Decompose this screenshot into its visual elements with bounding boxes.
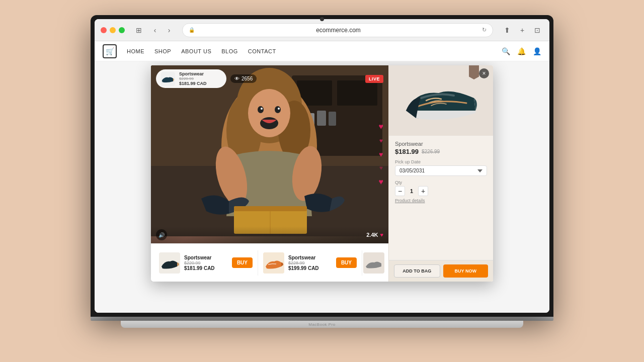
- live-badge: LIVE: [365, 75, 383, 83]
- product-pill-info: Sportswear $220.99 $181.99 CAD: [179, 71, 207, 86]
- product-2-original: $228.99: [288, 260, 332, 265]
- livestream-right-panel: ×: [388, 65, 493, 282]
- qty-plus-button[interactable]: +: [418, 186, 428, 196]
- site-navigation: 🛒 HOME SHOP ABOUT US BLOG CONTACT 🔍 🔔 👤: [95, 41, 549, 61]
- panel-current-price: $181.99: [395, 148, 419, 155]
- nav-shop[interactable]: SHOP: [154, 48, 171, 54]
- tab-switcher-icon[interactable]: ⊞: [133, 24, 145, 36]
- product-pill-sale-price: $181.99 CAD: [179, 81, 207, 86]
- svg-point-14: [258, 106, 264, 113]
- product-2-info: Sportswear $228.99 $199.99 CAD: [288, 255, 332, 271]
- browser-nav: ‹ ›: [149, 24, 175, 36]
- add-to-bag-button[interactable]: ADD TO BAG: [394, 264, 440, 278]
- video-bottombar: 🔊 2.4K ♥: [151, 226, 388, 243]
- address-bar[interactable]: 🔒 ecommerce.com ↻: [182, 23, 493, 37]
- panel-prices: $181.99 $226.99: [395, 148, 487, 155]
- product-2-name: Sportswear: [288, 255, 332, 260]
- heart-overlay: ♥ ♥ ♥ ♥ ♥: [379, 96, 384, 213]
- fullscreen-traffic-light[interactable]: [119, 27, 125, 33]
- nav-blog[interactable]: BLOG: [221, 48, 238, 54]
- qty-label: Qty: [395, 180, 487, 185]
- nav-about[interactable]: ABOUT US: [181, 48, 211, 54]
- nav-home[interactable]: HOME: [127, 48, 144, 54]
- product-1-info: Sportswear $220.99 $181.99 CAD: [184, 255, 228, 271]
- close-traffic-light[interactable]: [101, 27, 107, 33]
- search-icon[interactable]: 🔍: [502, 47, 510, 55]
- product-card-3-thumb[interactable]: [363, 252, 384, 274]
- video-background: [151, 65, 388, 243]
- product-divider: [258, 250, 258, 276]
- volume-button[interactable]: 🔊: [156, 229, 167, 240]
- user-icon[interactable]: 👤: [533, 47, 541, 55]
- video-topbar: Sportswear $220.99 $181.99 CAD 👁 2656: [151, 65, 388, 92]
- product-pill[interactable]: Sportswear $220.99 $181.99 CAD: [156, 69, 226, 88]
- laptop-shell: ⊞ ‹ › 🔒 ecommerce.com ↻ ⬆ + ⊡: [80, 15, 564, 347]
- product-pill-image: [161, 72, 175, 86]
- product-divider-2: [362, 250, 362, 276]
- svg-rect-7: [329, 112, 336, 126]
- product-1-name: Sportswear: [184, 255, 228, 260]
- product-card-1: Sportswear $220.99 $181.99 CAD BUY: [155, 249, 257, 277]
- sidebar-icon[interactable]: ⊡: [531, 24, 543, 36]
- back-button[interactable]: ‹: [149, 24, 161, 36]
- product-1-original: $220.99: [184, 260, 228, 265]
- panel-action-buttons: ADD TO BAG BUY NOW: [389, 260, 493, 282]
- livestream-left-panel: Sportswear $220.99 $181.99 CAD 👁 2656: [151, 65, 388, 282]
- livestream-modal: Sportswear $220.99 $181.99 CAD 👁 2656: [151, 65, 493, 282]
- browser-actions: ⬆ + ⊡: [501, 24, 543, 36]
- view-count: 2.4K ♥: [366, 232, 383, 238]
- view-count-number: 2.4K: [366, 232, 378, 238]
- svg-point-16: [261, 108, 263, 110]
- products-strip: Sportswear $220.99 $181.99 CAD BUY: [151, 243, 388, 282]
- product-details-link[interactable]: Product details: [395, 198, 487, 203]
- minimize-traffic-light[interactable]: [110, 27, 116, 33]
- url-text: ecommerce.com: [198, 27, 479, 34]
- svg-point-17: [278, 108, 280, 110]
- qty-value: 1: [408, 188, 415, 194]
- refresh-icon[interactable]: ↻: [482, 27, 487, 33]
- product-1-buy-button[interactable]: BUY: [232, 257, 253, 268]
- svg-point-15: [275, 106, 281, 113]
- product-card-2: Sportswear $228.99 $199.99 CAD BUY: [259, 249, 361, 277]
- laptop-bottom: [121, 321, 523, 328]
- forward-button[interactable]: ›: [163, 24, 175, 36]
- pickup-date-select[interactable]: 03/05/2031: [395, 165, 487, 176]
- add-tab-icon[interactable]: +: [516, 24, 528, 36]
- product-1-image: [159, 252, 180, 274]
- eye-icon: 👁: [234, 76, 239, 81]
- video-area: Sportswear $220.99 $181.99 CAD 👁 2656: [151, 65, 388, 243]
- share-icon[interactable]: ⬆: [501, 24, 513, 36]
- heart-2: ♥: [379, 137, 383, 144]
- panel-brand: Sportswear: [395, 141, 487, 147]
- nav-actions: 🔍 🔔 👤: [502, 47, 541, 55]
- laptop-base: [80, 317, 564, 328]
- nav-links: HOME SHOP ABOUT US BLOG CONTACT: [127, 48, 502, 54]
- browser-toolbar: ⊞ ‹ › 🔒 ecommerce.com ↻ ⬆ + ⊡: [95, 19, 549, 41]
- viewers-badge: 👁 2656: [230, 74, 257, 83]
- product-pill-name: Sportswear: [179, 71, 207, 76]
- viewers-count: 2656: [242, 76, 253, 81]
- laptop-hinge: [91, 317, 553, 321]
- nav-contact[interactable]: CONTACT: [248, 48, 276, 54]
- cart-icon: 🛒: [106, 47, 114, 55]
- screen-bezel: ⊞ ‹ › 🔒 ecommerce.com ↻ ⬆ + ⊡: [91, 15, 553, 317]
- heart-3: ♥: [379, 150, 383, 158]
- svg-rect-6: [317, 111, 326, 126]
- ssl-lock-icon: 🔒: [189, 27, 195, 33]
- qty-row: − 1 +: [395, 186, 487, 196]
- site-content: Sportswear $220.99 $181.99 CAD 👁 2656: [95, 61, 549, 313]
- bookmark-icon: [469, 65, 479, 79]
- pickup-date-label: Pick up Date: [395, 159, 487, 164]
- svg-point-12: [248, 89, 290, 137]
- notification-icon[interactable]: 🔔: [517, 47, 526, 55]
- browser-window: ⊞ ‹ › 🔒 ecommerce.com ↻ ⬆ + ⊡: [95, 19, 549, 313]
- heart-1: ♥: [379, 122, 384, 131]
- product-2-buy-button[interactable]: BUY: [336, 257, 357, 268]
- site-logo[interactable]: 🛒: [103, 44, 117, 58]
- qty-minus-button[interactable]: −: [395, 186, 405, 196]
- heart-5: ♥: [379, 177, 384, 187]
- close-button[interactable]: ×: [479, 68, 489, 78]
- buy-now-button[interactable]: BUY NOW: [443, 264, 489, 278]
- product-pill-original-price: $220.99: [179, 76, 207, 81]
- product-2-price: $199.99 CAD: [288, 265, 332, 271]
